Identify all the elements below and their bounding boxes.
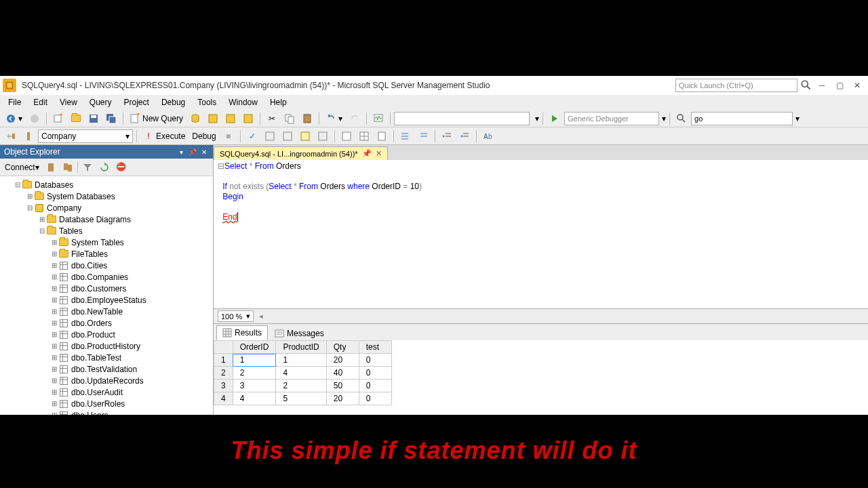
nav-back-button[interactable]: ▾ (3, 111, 25, 126)
find-button[interactable] (673, 111, 690, 126)
menu-file[interactable]: File (3, 96, 26, 108)
tree-node-table-cities[interactable]: ⊞dbo.Cities (1, 260, 212, 271)
column-header[interactable]: Qty (326, 341, 359, 354)
paste-button[interactable] (299, 111, 315, 126)
outdent-button[interactable] (456, 129, 473, 144)
column-header[interactable]: OrderID (233, 341, 276, 354)
start-debug-button[interactable] (547, 111, 563, 126)
results-grid[interactable]: OrderID ProductID Qty test 1 1 1 20 0 2 (214, 340, 868, 415)
cell[interactable]: 3 (233, 380, 276, 392)
change-connection-button[interactable] (3, 129, 19, 144)
row-header[interactable]: 4 (214, 392, 233, 405)
dropdown-icon[interactable]: ▾ (176, 147, 186, 157)
scroll-left-icon[interactable]: ◂ (259, 312, 263, 321)
tree-node-table-employeestatus[interactable]: ⊞dbo.EmployeeStatus (1, 294, 212, 306)
execute-button[interactable]: ! Execute (140, 129, 188, 144)
close-tab-icon[interactable]: ✕ (376, 149, 382, 158)
cell[interactable]: 20 (326, 392, 359, 405)
oe-disconnect-all-button[interactable] (60, 161, 75, 174)
query-options-button[interactable] (279, 129, 296, 144)
copy-button[interactable] (281, 111, 298, 126)
debug-button[interactable]: Debug (189, 129, 218, 144)
menu-project[interactable]: Project (119, 96, 155, 108)
cell[interactable]: 2 (276, 380, 326, 392)
menu-help[interactable]: Help (264, 96, 292, 108)
cell[interactable]: 50 (326, 380, 359, 392)
menu-tools[interactable]: Tools (192, 96, 222, 108)
oe-stop-button[interactable]: ⛔ (114, 161, 129, 174)
tree-node-company[interactable]: ⊟Company (1, 202, 212, 214)
tree-node-diagrams[interactable]: ⊞Database Diagrams (1, 214, 212, 225)
close-panel-icon[interactable]: ✕ (199, 147, 209, 157)
column-header[interactable]: test (359, 341, 391, 354)
tree-node-table-product[interactable]: ⊞dbo.Product (1, 329, 212, 340)
tree-node-table-useraudit[interactable]: ⊞dbo.UserAudit (1, 386, 212, 398)
tab-messages[interactable]: Messages (269, 327, 330, 340)
as-query-button[interactable] (205, 111, 221, 126)
tree-node-system-databases[interactable]: ⊞System Databases (1, 190, 212, 202)
specify-values-button[interactable]: Ab (480, 129, 496, 144)
results-grid-button[interactable] (356, 129, 372, 144)
display-plan-button[interactable] (262, 129, 278, 144)
close-button[interactable]: ✕ (849, 79, 865, 92)
menu-window[interactable]: Window (223, 96, 263, 108)
include-plan-button[interactable] (297, 129, 313, 144)
cell[interactable]: 0 (359, 354, 391, 367)
table-row[interactable]: 1 1 1 20 0 (214, 354, 392, 367)
tree-node-table-users[interactable]: ⊞dbo.Users (1, 409, 212, 415)
oe-filter-button[interactable] (80, 161, 95, 174)
tree-node-table-testvalidation[interactable]: ⊞dbo.TestValidation (1, 363, 212, 375)
debugger-combo[interactable]: Generic Debugger (564, 112, 659, 125)
tree-node-system-tables[interactable]: ⊞System Tables (1, 237, 212, 248)
tree-node-tables[interactable]: ⊟Tables (1, 225, 212, 237)
indent-button[interactable] (439, 129, 455, 144)
cell[interactable]: 2 (233, 367, 276, 380)
tree-node-table-tabletest[interactable]: ⊞dbo.TableTest (1, 352, 212, 363)
row-header[interactable]: 2 (214, 367, 233, 380)
activity-monitor-button[interactable] (370, 111, 387, 126)
menu-edit[interactable]: Edit (28, 96, 53, 108)
minimize-button[interactable]: ─ (814, 79, 830, 92)
pin-icon[interactable]: 📌 (362, 149, 372, 158)
save-all-button[interactable] (103, 111, 119, 126)
parse-button[interactable]: ✓ (244, 129, 260, 144)
cell[interactable]: 0 (359, 380, 391, 392)
tree-node-file-tables[interactable]: ⊞FileTables (1, 248, 212, 260)
row-header[interactable]: 1 (214, 354, 233, 367)
document-tab-active[interactable]: SQLQuery4.sql - LI...ingroomadmin (54))*… (214, 146, 388, 160)
save-button[interactable] (85, 111, 102, 126)
connect-dropdown[interactable]: Connect ▾ (3, 161, 41, 174)
xmla-query-button[interactable] (240, 111, 256, 126)
table-row[interactable]: 3 3 2 50 0 (214, 380, 392, 392)
tree-node-table-orders[interactable]: ⊞dbo.Orders (1, 317, 212, 329)
tree-node-databases[interactable]: ⊟Databases (1, 179, 212, 190)
table-row[interactable]: 2 2 4 40 0 (214, 367, 392, 380)
uncomment-button[interactable] (415, 129, 431, 144)
tree-node-table-producthistory[interactable]: ⊞dbo.ProductHistory (1, 340, 212, 352)
cell[interactable]: 0 (359, 392, 391, 405)
cell[interactable]: 4 (233, 392, 276, 405)
results-file-button[interactable] (374, 129, 390, 144)
mdx-query-button[interactable] (222, 111, 239, 126)
tree-node-table-updaterecords[interactable]: ⊞dbo.UpdateRecords (1, 375, 212, 386)
tree-node-table-userroles[interactable]: ⊞dbo.UserRoles (1, 398, 212, 409)
quick-launch-input[interactable]: Quick Launch (Ctrl+Q) (675, 79, 797, 92)
open-file-button[interactable] (68, 111, 84, 126)
include-stats-button[interactable] (315, 129, 331, 144)
new-query-button[interactable]: New Query (127, 111, 186, 126)
maximize-button[interactable]: ▢ (831, 79, 848, 92)
column-header[interactable]: ProductID (276, 341, 326, 354)
cell[interactable]: 40 (326, 367, 359, 380)
tree-node-table-customers[interactable]: ⊞dbo.Customers (1, 283, 212, 294)
tree-node-table-companies[interactable]: ⊞dbo.Companies (1, 271, 212, 283)
oe-refresh-button[interactable] (97, 161, 112, 174)
pin-icon[interactable]: 📌 (188, 147, 197, 157)
cut-button[interactable]: ✂ (264, 111, 280, 126)
redo-button[interactable] (347, 111, 363, 126)
nav-forward-button[interactable] (26, 111, 43, 126)
menu-query[interactable]: Query (84, 96, 117, 108)
row-header[interactable]: 3 (214, 380, 233, 392)
cell[interactable]: 1 (233, 354, 276, 367)
solution-config-combo[interactable] (394, 112, 530, 125)
sql-code-editor[interactable]: ⊟Select * From Orders If not exists (Sel… (214, 160, 868, 309)
